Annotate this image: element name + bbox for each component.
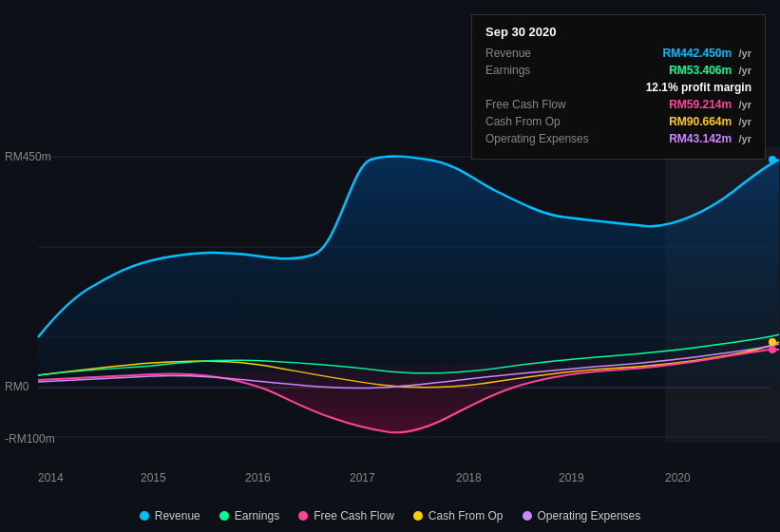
tooltip-value-margin: 12.1% profit margin bbox=[646, 81, 751, 94]
svg-point-9 bbox=[769, 346, 776, 353]
legend-label-earnings: Earnings bbox=[235, 509, 279, 522]
tooltip-label-fcf: Free Cash Flow bbox=[485, 98, 599, 111]
tooltip-row-margin: 12.1% profit margin bbox=[485, 81, 751, 94]
tooltip-value-earnings: RM53.406m /yr bbox=[669, 64, 751, 77]
legend-label-opex: Operating Expenses bbox=[538, 509, 641, 522]
x-label-2014: 2014 bbox=[38, 471, 64, 484]
tooltip-date: Sep 30 2020 bbox=[485, 25, 751, 39]
tooltip-label-revenue: Revenue bbox=[485, 47, 599, 60]
tooltip-row-cashop: Cash From Op RM90.664m /yr bbox=[485, 115, 751, 128]
tooltip-label-earnings: Earnings bbox=[485, 64, 599, 77]
legend-dot-opex bbox=[523, 511, 532, 521]
x-label-2018: 2018 bbox=[456, 471, 482, 484]
tooltip-value-fcf: RM59.214m /yr bbox=[669, 98, 751, 111]
tooltip-value-opex: RM43.142m /yr bbox=[669, 132, 751, 145]
legend-item-cashop[interactable]: Cash From Op bbox=[413, 509, 504, 522]
tooltip-row-earnings: Earnings RM53.406m /yr bbox=[485, 64, 751, 77]
x-label-2017: 2017 bbox=[350, 471, 375, 484]
tooltip-label-cashop: Cash From Op bbox=[485, 115, 599, 128]
x-label-2020: 2020 bbox=[665, 471, 691, 484]
x-label-2019: 2019 bbox=[559, 471, 584, 484]
y-label-mid: RM0 bbox=[5, 380, 29, 393]
x-label-2016: 2016 bbox=[245, 471, 271, 484]
legend-label-cashop: Cash From Op bbox=[428, 509, 504, 522]
legend-dot-revenue bbox=[140, 511, 149, 521]
svg-point-7 bbox=[769, 156, 776, 163]
legend-item-fcf[interactable]: Free Cash Flow bbox=[298, 509, 394, 522]
legend-dot-fcf bbox=[298, 511, 308, 521]
tooltip-value-cashop: RM90.664m /yr bbox=[669, 115, 751, 128]
legend-item-earnings[interactable]: Earnings bbox=[219, 509, 279, 522]
chart-container: RM450m RM0 -RM100m 2014 2015 2016 2017 2… bbox=[0, 0, 780, 532]
svg-point-8 bbox=[769, 338, 776, 346]
legend-dot-cashop bbox=[413, 511, 423, 521]
y-label-bot: -RM100m bbox=[5, 432, 55, 446]
y-label-top: RM450m bbox=[5, 150, 51, 163]
tooltip-value-revenue: RM442.450m /yr bbox=[662, 47, 751, 60]
legend: Revenue Earnings Free Cash Flow Cash Fro… bbox=[0, 509, 780, 522]
legend-label-revenue: Revenue bbox=[155, 509, 200, 522]
tooltip-row-opex: Operating Expenses RM43.142m /yr bbox=[485, 132, 751, 145]
legend-item-revenue[interactable]: Revenue bbox=[140, 509, 200, 522]
tooltip-label-opex: Operating Expenses bbox=[485, 132, 599, 145]
legend-item-opex[interactable]: Operating Expenses bbox=[523, 509, 641, 522]
tooltip-row-fcf: Free Cash Flow RM59.214m /yr bbox=[485, 98, 751, 111]
tooltip-row-revenue: Revenue RM442.450m /yr bbox=[485, 47, 751, 60]
tooltip-box: Sep 30 2020 Revenue RM442.450m /yr Earni… bbox=[471, 14, 766, 160]
legend-label-fcf: Free Cash Flow bbox=[314, 509, 394, 522]
legend-dot-earnings bbox=[219, 511, 229, 521]
x-label-2015: 2015 bbox=[141, 471, 166, 484]
